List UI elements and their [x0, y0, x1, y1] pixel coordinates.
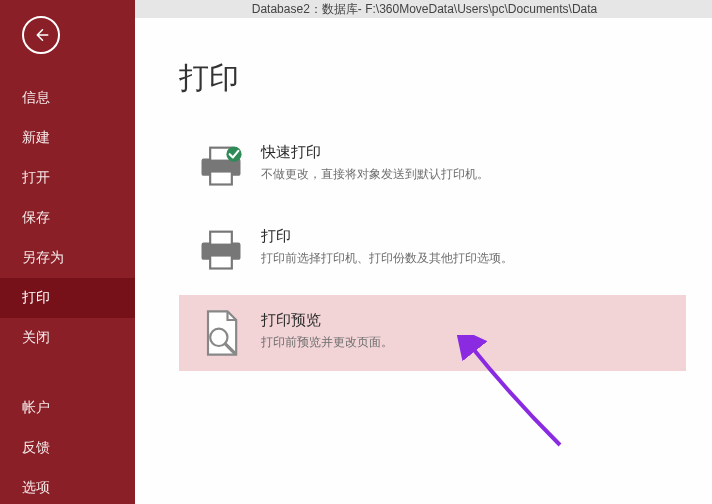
- option-desc: 打印前预览并更改页面。: [261, 334, 393, 351]
- title-bar: Database2：数据库- F:\360MoveData\Users\pc\D…: [135, 0, 712, 18]
- sidebar-item-label: 打印: [22, 289, 50, 305]
- sidebar-item-label: 新建: [22, 129, 50, 145]
- option-quick-print[interactable]: 快速打印 不做更改，直接将对象发送到默认打印机。: [179, 127, 686, 203]
- option-print-preview[interactable]: 打印预览 打印前预览并更改页面。: [179, 295, 686, 371]
- option-title: 打印预览: [261, 311, 393, 330]
- sidebar-item-open[interactable]: 打开: [0, 158, 135, 198]
- option-desc: 打印前选择打印机、打印份数及其他打印选项。: [261, 250, 513, 267]
- sidebar-item-label: 关闭: [22, 329, 50, 345]
- sidebar-item-options[interactable]: 选项: [0, 468, 135, 504]
- sidebar-item-label: 另存为: [22, 249, 64, 265]
- svg-rect-6: [210, 256, 232, 269]
- option-print[interactable]: 打印 打印前选择打印机、打印份数及其他打印选项。: [179, 211, 686, 287]
- option-title: 快速打印: [261, 143, 489, 162]
- main-area: Database2：数据库- F:\360MoveData\Users\pc\D…: [135, 0, 712, 504]
- svg-rect-2: [210, 172, 232, 185]
- sidebar-item-label: 打开: [22, 169, 50, 185]
- sidebar-item-save[interactable]: 保存: [0, 198, 135, 238]
- sidebar-item-account[interactable]: 帐户: [0, 388, 135, 428]
- sidebar-spacer: [0, 358, 135, 388]
- print-icon: [195, 223, 247, 275]
- sidebar-item-label: 信息: [22, 89, 50, 105]
- sidebar-item-label: 选项: [22, 479, 50, 495]
- sidebar-item-info[interactable]: 信息: [0, 78, 135, 118]
- svg-rect-5: [210, 232, 232, 245]
- back-arrow-icon: [32, 26, 50, 44]
- sidebar-item-label: 保存: [22, 209, 50, 225]
- print-preview-icon: [195, 307, 247, 359]
- option-desc: 不做更改，直接将对象发送到默认打印机。: [261, 166, 489, 183]
- back-button[interactable]: [22, 16, 60, 54]
- sidebar: 信息 新建 打开 保存 另存为 打印 关闭 帐户 反馈 选项: [0, 0, 135, 504]
- sidebar-item-close[interactable]: 关闭: [0, 318, 135, 358]
- sidebar-item-feedback[interactable]: 反馈: [0, 428, 135, 468]
- sidebar-item-print[interactable]: 打印: [0, 278, 135, 318]
- window-title: Database2：数据库- F:\360MoveData\Users\pc\D…: [252, 2, 597, 16]
- sidebar-item-saveas[interactable]: 另存为: [0, 238, 135, 278]
- sidebar-item-label: 帐户: [22, 399, 50, 415]
- option-title: 打印: [261, 227, 513, 246]
- sidebar-item-new[interactable]: 新建: [0, 118, 135, 158]
- quick-print-icon: [195, 139, 247, 191]
- sidebar-item-label: 反馈: [22, 439, 50, 455]
- page-title: 打印: [179, 58, 686, 99]
